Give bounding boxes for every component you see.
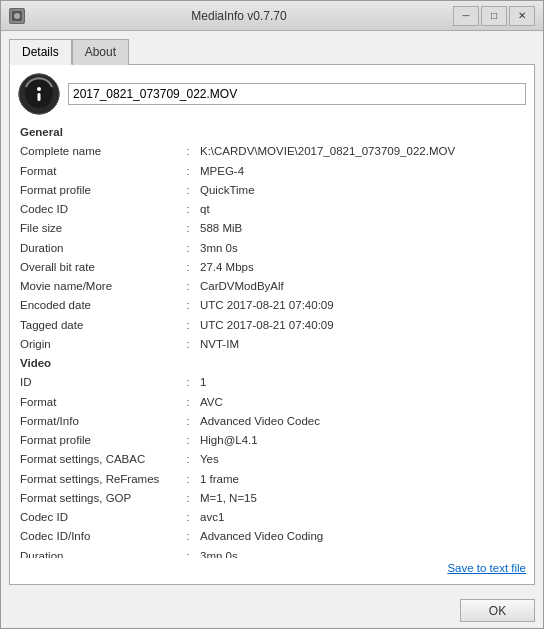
table-row: Format/Info :Advanced Video Codec bbox=[18, 412, 526, 431]
main-window: MediaInfo v0.7.70 ─ □ ✕ Details About bbox=[0, 0, 544, 629]
ok-button[interactable]: OK bbox=[460, 599, 535, 622]
table-row: Format settings, ReFrames :1 frame bbox=[18, 470, 526, 489]
svg-point-2 bbox=[14, 13, 20, 19]
table-row: Origin :NVT-IM bbox=[18, 335, 526, 354]
table-row: Tagged date :UTC 2017-08-21 07:40:09 bbox=[18, 316, 526, 335]
info-table: GeneralComplete name :K:\CARDV\MOVIE\201… bbox=[18, 123, 526, 558]
save-to-text-link[interactable]: Save to text file bbox=[18, 558, 526, 576]
file-icon bbox=[18, 73, 60, 115]
maximize-button[interactable]: □ bbox=[481, 6, 507, 26]
table-row: Complete name :K:\CARDV\MOVIE\2017_0821_… bbox=[18, 142, 526, 161]
table-row: Format settings, GOP :M=1, N=15 bbox=[18, 489, 526, 508]
tab-details[interactable]: Details bbox=[9, 39, 72, 65]
table-row: ID :1 bbox=[18, 373, 526, 392]
table-row: Codec ID :qt bbox=[18, 200, 526, 219]
tab-bar: Details About bbox=[9, 39, 535, 65]
content-area: Details About bbox=[1, 31, 543, 593]
table-row: Movie name/More :CarDVModByAlf bbox=[18, 277, 526, 296]
table-row: Duration :3mn 0s bbox=[18, 547, 526, 559]
table-row: Codec ID/Info :Advanced Video Coding bbox=[18, 527, 526, 546]
filename-input[interactable] bbox=[68, 83, 526, 105]
bottom-bar: OK bbox=[1, 593, 543, 628]
table-row: Duration :3mn 0s bbox=[18, 239, 526, 258]
svg-point-5 bbox=[37, 87, 41, 91]
title-bar: MediaInfo v0.7.70 ─ □ ✕ bbox=[1, 1, 543, 31]
section-header: General bbox=[18, 123, 526, 142]
table-row: Format settings, CABAC :Yes bbox=[18, 450, 526, 469]
close-button[interactable]: ✕ bbox=[509, 6, 535, 26]
section-header: Video bbox=[18, 354, 526, 373]
table-row: Format profile :High@L4.1 bbox=[18, 431, 526, 450]
window-title: MediaInfo v0.7.70 bbox=[25, 9, 453, 23]
table-row: Encoded date :UTC 2017-08-21 07:40:09 bbox=[18, 296, 526, 315]
info-container[interactable]: GeneralComplete name :K:\CARDV\MOVIE\201… bbox=[18, 123, 526, 558]
table-row: Format :AVC bbox=[18, 393, 526, 412]
app-icon bbox=[9, 8, 25, 24]
table-row: Format profile :QuickTime bbox=[18, 181, 526, 200]
table-row: File size :588 MiB bbox=[18, 219, 526, 238]
table-row: Codec ID :avc1 bbox=[18, 508, 526, 527]
table-row: Overall bit rate :27.4 Mbps bbox=[18, 258, 526, 277]
tab-about[interactable]: About bbox=[72, 39, 129, 65]
details-panel: GeneralComplete name :K:\CARDV\MOVIE\201… bbox=[9, 64, 535, 585]
minimize-button[interactable]: ─ bbox=[453, 6, 479, 26]
table-row: Format :MPEG-4 bbox=[18, 162, 526, 181]
file-row bbox=[18, 73, 526, 115]
svg-rect-6 bbox=[38, 93, 41, 101]
window-controls: ─ □ ✕ bbox=[453, 6, 535, 26]
